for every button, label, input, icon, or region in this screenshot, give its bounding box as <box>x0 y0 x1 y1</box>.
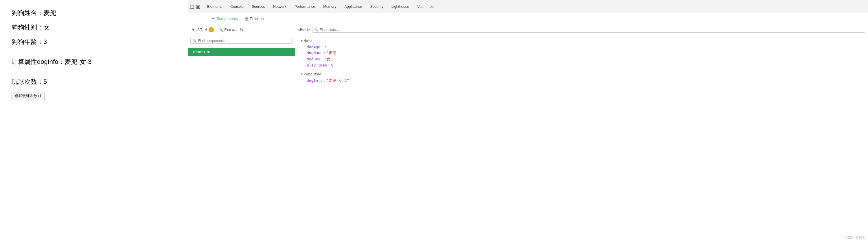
nav-arrows: ← → <box>190 15 206 22</box>
tab-lighthouse[interactable]: Lighthouse <box>388 0 413 13</box>
back-arrow[interactable]: ← <box>190 15 197 22</box>
version-text: 2.7.14 <box>197 28 207 32</box>
prop-val-dogSex: "女" <box>324 57 333 62</box>
data-section-label: data <box>304 39 312 43</box>
tab-components-label: Components <box>216 16 238 21</box>
prop-val-playTimes: 5 <box>331 63 333 67</box>
timeline-icon: ▦ <box>245 16 248 21</box>
prop-dogName: dogName : "麦兜" <box>301 50 862 56</box>
play-times-line: 玩球次数：5 <box>11 77 176 86</box>
prop-key-dogAge: dogAge <box>307 45 320 49</box>
forward-arrow[interactable]: → <box>198 15 206 22</box>
filter-state-field[interactable]: 🔍 <box>312 27 865 33</box>
computed-line: 计算属性dogInfo：麦兜-女-3 <box>11 58 176 66</box>
tab-memory[interactable]: Memory <box>319 0 340 13</box>
triangle-icon: ▼ <box>301 39 303 42</box>
tab-timeline-label: Timeline <box>250 16 264 21</box>
data-section: ▼ data dogAge : 3 dogName : "麦兜" dog <box>301 39 862 67</box>
prop-key-dogSex: dogSex <box>307 57 320 61</box>
app-left-panel: 狗狗姓名：麦兜 狗狗性别：女 狗狗年龄：3 计算属性dogInfo：麦兜-女-3… <box>0 0 188 241</box>
component-pane: ▼ 2.7.14 ! 🔍 Find a... ↻ 🔍 <box>188 24 295 241</box>
play-button[interactable]: 点我玩球次数+1 <box>11 92 45 100</box>
root-component-label: <Root> <box>192 50 206 54</box>
state-panel: <Root> 🔍 ▼ data dogAge : 3 <box>295 24 868 241</box>
sub-tab-bar: ← → ✦ Components ▦ Timeline <box>188 13 868 24</box>
component-root-item[interactable]: <Root> <box>188 48 295 56</box>
component-search-input[interactable] <box>198 39 290 43</box>
dog-sex-line: 狗狗性别：女 <box>11 23 176 32</box>
button-row: 点我玩球次数+1 <box>11 92 176 100</box>
dog-age-line: 狗狗年龄：3 <box>11 38 176 46</box>
devtools-panel: ⬚ ▣ Elements Console Sources Network Per… <box>188 0 868 241</box>
filter-state-input[interactable] <box>320 28 863 32</box>
divider-2 <box>11 72 176 72</box>
tab-elements[interactable]: Elements <box>203 0 226 13</box>
prop-val-dogName: "麦兜" <box>327 50 339 56</box>
warning-badge: ! <box>209 27 214 32</box>
search-icon: 🔍 <box>218 28 223 32</box>
state-search-row: <Root> 🔍 <box>295 24 868 35</box>
prop-dogInfo: dogInfo : "麦兜-女-3" <box>301 78 862 83</box>
root-state-label: <Root> <box>298 28 310 32</box>
component-search-row: 🔍 <box>188 35 295 46</box>
prop-dogSex: dogSex : "女" <box>301 57 862 62</box>
device-icon[interactable]: ▣ <box>196 4 200 9</box>
tab-performance[interactable]: Performance <box>290 0 319 13</box>
prop-key-dogInfo: dogInfo <box>307 78 322 83</box>
component-tree: <Root> <box>188 46 295 241</box>
prop-playTimes: playTimes : 5 <box>301 63 862 67</box>
tab-vue[interactable]: Vue <box>413 0 428 13</box>
devtools-icons: ⬚ ▣ <box>190 4 200 9</box>
vue-logo-icon: ▼ <box>191 27 195 32</box>
prop-val-dogInfo: "麦兜-女-3" <box>327 78 349 83</box>
version-row: ▼ 2.7.14 ! 🔍 Find a... ↻ <box>188 24 295 35</box>
triangle-computed-icon: ▼ <box>301 72 303 76</box>
tab-more[interactable]: >> <box>428 4 437 9</box>
prop-key-playTimes: playTimes <box>307 63 327 67</box>
computed-section: ▼ computed dogInfo : "麦兜-女-3" <box>301 72 862 83</box>
find-area: 🔍 Find a... <box>218 28 237 32</box>
tab-network[interactable]: Network <box>269 0 290 13</box>
watermark: CSDN @您素 <box>846 236 865 240</box>
refresh-icon[interactable]: ↻ <box>240 28 243 32</box>
vue-component-icon: ✦ <box>211 16 215 22</box>
state-content: ▼ data dogAge : 3 dogName : "麦兜" dog <box>295 35 868 241</box>
computed-section-header: ▼ computed <box>301 72 862 76</box>
component-dot <box>208 51 210 53</box>
prop-val-dogAge: 3 <box>324 45 327 49</box>
prop-dogAge: dogAge : 3 <box>301 45 862 49</box>
find-label[interactable]: Find a... <box>224 28 237 32</box>
devtools-tab-bar: ⬚ ▣ Elements Console Sources Network Per… <box>188 0 868 13</box>
computed-section-label: computed <box>304 72 321 76</box>
tab-security[interactable]: Security <box>366 0 388 13</box>
data-section-header: ▼ data <box>301 39 862 43</box>
dog-name-line: 狗狗姓名：麦兜 <box>11 9 176 18</box>
devtools-body: ▼ 2.7.14 ! 🔍 Find a... ↻ 🔍 <box>188 24 868 241</box>
tab-timeline[interactable]: ▦ Timeline <box>241 13 267 24</box>
cursor-icon[interactable]: ⬚ <box>190 4 194 9</box>
filter-icon: 🔍 <box>314 28 318 32</box>
tab-components[interactable]: ✦ Components <box>208 13 241 24</box>
component-search-field[interactable]: 🔍 <box>190 38 292 44</box>
tab-sources[interactable]: Sources <box>248 0 269 13</box>
tab-application[interactable]: Application <box>340 0 366 13</box>
prop-key-dogName: dogName <box>307 50 322 55</box>
search-icon: 🔍 <box>192 39 197 43</box>
tab-console[interactable]: Console <box>226 0 248 13</box>
